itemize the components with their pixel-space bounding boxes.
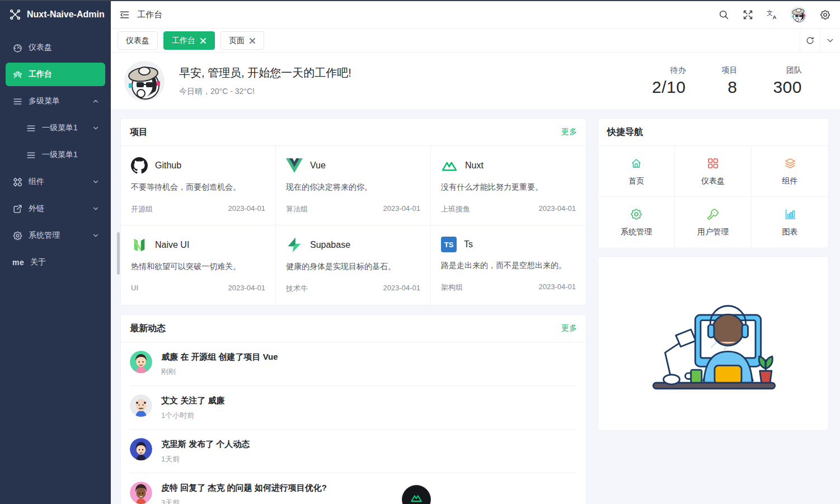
project-name: Supabase — [310, 240, 350, 250]
project-date: 2023-04-01 — [539, 204, 576, 214]
activity-text: 威廉 在 开源组 创建了项目 Vue — [161, 352, 278, 362]
projects-card-header: 项目 更多 — [121, 119, 586, 146]
activity-time: 1个小时前 — [161, 411, 224, 421]
chevron-down-icon — [92, 205, 100, 213]
logo-icon — [9, 8, 21, 21]
sidebar-item-dashboard[interactable]: 仪表盘 — [6, 36, 105, 59]
activity-item[interactable]: 艾文 关注了 威廉 1个小时前 — [130, 386, 577, 430]
quick-nav-label: 系统管理 — [621, 227, 652, 237]
tab-bar: 仪表盘 工作台 页面 — [111, 29, 840, 53]
chevron-down-icon — [825, 36, 835, 45]
project-card-github[interactable]: Github 不要等待机会，而要创造机会。 开源组 2023-04-01 — [121, 146, 276, 225]
projects-more-link[interactable]: 更多 — [561, 127, 577, 137]
sidebar-item-about[interactable]: me 关于 — [6, 251, 105, 274]
quick-nav-users[interactable]: 用户管理 — [675, 197, 752, 248]
quick-nav-system[interactable]: 系统管理 — [598, 197, 675, 248]
project-date: 2023-04-01 — [228, 284, 266, 292]
tab-dashboard[interactable]: 仪表盘 — [118, 31, 158, 50]
settings-icon[interactable] — [819, 9, 831, 21]
stat-projects: 项目 8 — [721, 65, 737, 97]
activity-item[interactable]: 威廉 在 开源组 创建了项目 Vue 刚刚 — [130, 342, 577, 386]
project-name: Naive UI — [155, 240, 189, 250]
quick-nav-charts[interactable]: 图表 — [752, 197, 828, 248]
project-card-ts[interactable]: TS Ts 路是走出来的，而不是空想出来的。 架构组 2023-04-01 — [431, 225, 586, 305]
project-desc: 不要等待机会，而要创造机会。 — [131, 182, 265, 192]
vertical-scrollbar-thumb[interactable] — [117, 232, 120, 275]
naive-ui-icon — [131, 237, 148, 253]
tab-actions — [800, 29, 840, 52]
workstation-illustration — [644, 287, 783, 400]
activities-card-header: 最新动态 更多 — [121, 315, 586, 342]
main-content: 早安, 管理员, 开始您一天的工作吧! 今日晴，20°C - 32°C! 待办 … — [111, 53, 840, 504]
close-tab-icon[interactable] — [249, 37, 256, 44]
activity-item[interactable]: 皮特 回复了 杰克 的问题 如何进行项目优化? 3天前 — [130, 473, 577, 504]
dashboard-icon — [12, 43, 23, 53]
tab-options-button[interactable] — [820, 29, 840, 52]
stat-value: 8 — [721, 78, 737, 97]
project-card-vue[interactable]: Vue 现在的你决定将来的你。 算法组 2023-04-01 — [276, 146, 431, 225]
tab-label: 仪表盘 — [126, 36, 149, 46]
quick-nav-home[interactable]: 首页 — [598, 146, 675, 197]
quick-nav-card-header: 快捷导航 — [598, 119, 828, 146]
activities-list: 威廉 在 开源组 创建了项目 Vue 刚刚 艾文 关注了 威廉 1个小时前 — [121, 342, 586, 504]
vue-icon — [286, 157, 303, 174]
typescript-icon: TS — [441, 237, 457, 252]
activities-more-link[interactable]: 更多 — [561, 323, 577, 333]
project-desc: 路是走出来的，而不是空想出来的。 — [441, 261, 576, 271]
refresh-icon — [805, 36, 815, 45]
sidebar-item-label: 仪表盘 — [29, 43, 52, 53]
user-avatar[interactable] — [790, 6, 807, 23]
tab-pages[interactable]: 页面 — [220, 31, 264, 50]
project-card-supabase[interactable]: Supabase 健康的身体是实现目标的基石。 技术牛 2023-04-01 — [276, 225, 431, 305]
app-logo[interactable]: Nuxt-Naive-Admin — [0, 0, 111, 29]
close-tab-icon[interactable] — [200, 37, 207, 44]
sidebar-item-multilevel-menu[interactable]: 多级菜单 — [6, 90, 105, 113]
quick-nav-grid: 首页 仪表盘 组件 — [598, 146, 828, 248]
sidebar-item-label: 关于 — [30, 257, 46, 267]
sidebar-item-label: 系统管理 — [29, 230, 60, 241]
project-desc: 没有什么才能比努力更重要。 — [441, 182, 576, 192]
project-date: 2023-04-01 — [539, 282, 576, 293]
sidebar-item-system-management[interactable]: 系统管理 — [6, 224, 105, 247]
gear-icon — [12, 230, 23, 241]
chevron-down-icon — [92, 232, 100, 239]
projects-grid: Github 不要等待机会，而要创造机会。 开源组 2023-04-01 — [121, 146, 586, 305]
refresh-button[interactable] — [800, 29, 820, 52]
quick-nav-dashboard[interactable]: 仪表盘 — [675, 146, 752, 197]
external-link-icon — [12, 204, 23, 214]
greeting-subtitle: 今日晴，20°C - 32°C! — [179, 87, 351, 97]
sidebar-item-external-links[interactable]: 外链 — [6, 197, 105, 220]
illustration-card — [598, 256, 829, 431]
activity-item[interactable]: 克里斯 发布了 个人动态 1天前 — [130, 430, 577, 473]
sidebar-item-submenu-1[interactable]: 一级菜单1 — [6, 116, 105, 140]
sidebar-item-workbench[interactable]: 工作台 — [6, 63, 105, 86]
activities-title: 最新动态 — [130, 323, 166, 335]
sidebar-item-submenu-2[interactable]: 一级菜单1 — [6, 143, 105, 167]
activity-time: 1天前 — [161, 454, 250, 464]
quick-nav-label: 仪表盘 — [701, 176, 725, 186]
avatar-chris — [130, 438, 152, 460]
quick-nav-components[interactable]: 组件 — [752, 146, 828, 197]
stat-todo: 待办 2/10 — [652, 65, 686, 97]
content-grid: 项目 更多 Github 不要等待机会，而要创造机会。 — [111, 109, 840, 504]
project-desc: 热情和欲望可以突破一切难关。 — [131, 262, 265, 272]
fullscreen-icon[interactable] — [742, 9, 754, 21]
project-group: 架构组 — [441, 282, 463, 293]
collapse-sidebar-icon[interactable] — [119, 9, 130, 21]
tab-label: 页面 — [229, 36, 245, 46]
chevron-down-icon — [92, 124, 100, 132]
activities-card: 最新动态 更多 威廉 在 开源组 创建了项目 Vue 刚刚 — [120, 314, 586, 504]
project-name: Github — [155, 161, 181, 171]
translate-icon[interactable]: 文 A — [766, 9, 778, 21]
right-column: 快捷导航 首页 仪表盘 — [598, 118, 829, 504]
tab-workbench[interactable]: 工作台 — [163, 31, 215, 50]
nuxt-icon — [409, 492, 424, 504]
stat-value: 2/10 — [652, 78, 686, 97]
project-card-naive-ui[interactable]: Naive UI 热情和欲望可以突破一切难关。 UI 2023-04-01 — [121, 225, 276, 305]
stat-label: 待办 — [652, 65, 686, 76]
search-icon[interactable] — [718, 9, 730, 21]
svg-text:文: 文 — [767, 10, 773, 16]
activity-text: 艾文 关注了 威廉 — [161, 395, 224, 406]
sidebar-item-components[interactable]: 组件 — [6, 170, 105, 194]
project-card-nuxt[interactable]: Nuxt 没有什么才能比努力更重要。 上班摸鱼 2023-04-01 — [431, 146, 586, 225]
